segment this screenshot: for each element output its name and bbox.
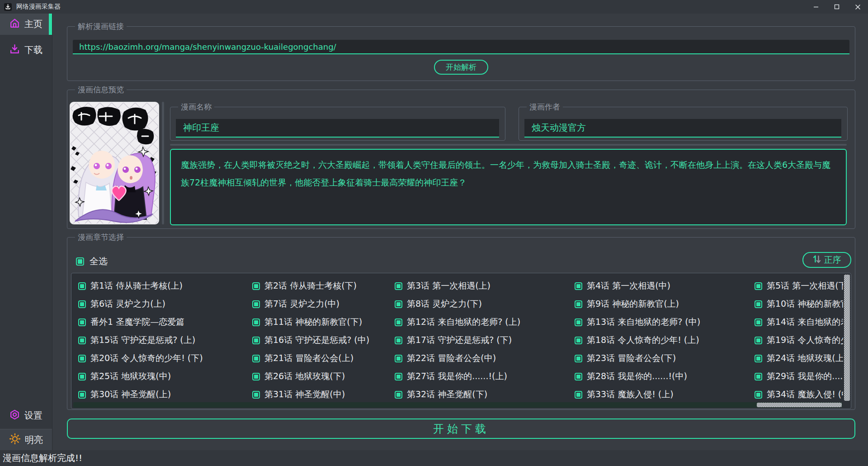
chapter-checkbox[interactable] — [755, 319, 762, 326]
chapter-label: 第26话 地狱玫瑰(下) — [264, 371, 345, 382]
chapter-checkbox[interactable] — [575, 282, 582, 290]
chapter-item[interactable]: 第4话 第一次相遇(中) — [575, 277, 755, 295]
chapter-checkbox[interactable] — [78, 373, 86, 380]
chapter-item[interactable]: 第30话 神圣觉醒(上) — [78, 385, 252, 402]
chapter-checkbox[interactable] — [575, 300, 582, 308]
chapter-checkbox[interactable] — [78, 282, 86, 290]
chapter-checkbox[interactable] — [252, 282, 260, 290]
chapter-list: 第1话 侍从骑士考核(上)第2话 侍从骑士考核(下)第3话 第一次相遇(上)第4… — [71, 273, 851, 409]
chapter-checkbox[interactable] — [252, 373, 260, 380]
manga-description-box[interactable]: 魔族强势，在人类即将被灭绝之时，六大圣殿崛起，带领着人类守住最后的领土。一名少年… — [170, 149, 847, 225]
chapter-checkbox[interactable] — [395, 373, 402, 380]
chapter-checkbox[interactable] — [78, 319, 86, 326]
chapter-item[interactable]: 第11话 神秘的新教官(下) — [252, 313, 395, 331]
chapter-item[interactable]: 第7话 灵炉之力(中) — [252, 295, 395, 313]
chapter-item[interactable]: 第12话 来自地狱的老师? (上) — [395, 313, 575, 331]
chapter-item[interactable]: 第26话 地狱玫瑰(下) — [252, 367, 395, 385]
chapter-item[interactable]: 第15话 守护还是惩戒? (上) — [78, 331, 252, 349]
chapter-item[interactable]: 番外1 圣魔学院—恋爱篇 — [78, 313, 252, 331]
chapter-checkbox[interactable] — [252, 300, 260, 308]
manga-name-input[interactable] — [176, 119, 499, 138]
chapter-checkbox[interactable] — [755, 355, 762, 362]
chapter-item[interactable]: 第34话 魔族入侵! (中 — [755, 385, 843, 402]
minimize-button[interactable] — [806, 0, 826, 14]
chapter-item[interactable]: 第14话 来自地狱的老 — [755, 313, 843, 331]
chapter-checkbox[interactable] — [755, 373, 762, 380]
chapter-item[interactable]: 第23话 冒险者公会(下) — [575, 349, 755, 367]
chapter-checkbox[interactable] — [78, 391, 86, 399]
chapter-item[interactable]: 第25话 地狱玫瑰(中) — [78, 367, 252, 385]
close-button[interactable] — [847, 0, 868, 14]
chapter-checkbox[interactable] — [575, 337, 582, 344]
chapter-checkbox[interactable] — [755, 337, 762, 344]
cover-fields-divider — [162, 102, 164, 224]
chapter-checkbox[interactable] — [575, 373, 582, 380]
chapter-item[interactable]: 第1话 侍从骑士考核(上) — [78, 277, 252, 295]
main-content: 解析漫画链接 开始解析 漫画信息预览 — [52, 14, 868, 450]
chapter-item[interactable]: 第22话 冒险者公会(中) — [395, 349, 575, 367]
chapter-item[interactable]: 第27话 我是你的......!(上) — [395, 367, 575, 385]
chapter-label: 第16话 守护还是惩戒? (中) — [264, 334, 369, 346]
chapter-checkbox[interactable] — [252, 319, 260, 326]
start-parse-button[interactable]: 开始解析 — [434, 60, 488, 75]
horizontal-scrollbar-thumb[interactable] — [757, 403, 842, 407]
chapter-checkbox[interactable] — [575, 391, 582, 399]
chapter-checkbox[interactable] — [395, 300, 402, 308]
theme-toggle-button[interactable]: 明亮 — [0, 429, 52, 450]
chapter-item[interactable]: 第20话 令人惊奇的少年! (下) — [78, 349, 252, 367]
chapter-item[interactable]: 第9话 神秘的新教官(上) — [575, 295, 755, 313]
chapter-item[interactable]: 第5话 第一次相遇(下 — [755, 277, 843, 295]
chapter-item[interactable]: 第21话 冒险者公会(上) — [252, 349, 395, 367]
chapter-label: 第11话 神秘的新教官(下) — [264, 316, 362, 328]
sort-order-button[interactable]: 正序 — [802, 252, 851, 268]
chapter-item[interactable]: 第8话 灵炉之力(下) — [395, 295, 575, 313]
chapter-checkbox[interactable] — [252, 355, 260, 362]
start-download-button[interactable]: 开始下载 — [67, 418, 855, 439]
chapter-checkbox[interactable] — [395, 319, 402, 326]
chapter-item[interactable]: 第31话 神圣觉醒(中) — [252, 385, 395, 402]
maximize-button[interactable] — [826, 0, 847, 14]
select-all-checkbox[interactable] — [76, 257, 84, 266]
chapter-item[interactable]: 第28话 我是你的......!(中) — [575, 367, 755, 385]
chapter-item[interactable]: 第19话 令人惊奇的少 — [755, 331, 843, 349]
chapter-checkbox[interactable] — [252, 337, 260, 344]
manga-name-group: 漫画名称 — [170, 107, 505, 141]
chapter-item[interactable]: 第29话 我是你的...... — [755, 367, 843, 385]
chapter-checkbox[interactable] — [395, 391, 402, 399]
manga-author-group-title: 漫画作者 — [527, 102, 563, 111]
chapter-checkbox[interactable] — [395, 337, 402, 344]
sidebar-item-download[interactable]: 下载 — [0, 39, 52, 61]
chapter-checkbox[interactable] — [755, 300, 762, 308]
chapter-item[interactable]: 第33话 魔族入侵! (上) — [575, 385, 755, 402]
chapter-label: 第33话 魔族入侵! (上) — [587, 389, 674, 400]
chapter-item[interactable]: 第18话 令人惊奇的少年! (上) — [575, 331, 755, 349]
chapter-item[interactable]: 第13话 来自地狱的老师? (中) — [575, 313, 755, 331]
chapter-item[interactable]: 第17话 守护还是惩戒? (下) — [395, 331, 575, 349]
chapter-label: 第12话 来自地狱的老师? (上) — [407, 316, 520, 328]
chapter-checkbox[interactable] — [575, 355, 582, 362]
chapter-item[interactable]: 第32话 神圣觉醒(下) — [395, 385, 575, 402]
chapter-checkbox[interactable] — [78, 300, 86, 308]
chapter-checkbox[interactable] — [395, 282, 402, 290]
sidebar-spacer — [0, 61, 52, 405]
sidebar-item-settings[interactable]: 设置 — [0, 405, 52, 426]
chapter-item[interactable]: 第6话 灵炉之力(上) — [78, 295, 252, 313]
chapter-checkbox[interactable] — [755, 391, 762, 399]
chapter-checkbox[interactable] — [755, 282, 762, 290]
horizontal-scrollbar-track[interactable] — [73, 402, 842, 408]
chapter-item[interactable]: 第2话 侍从骑士考核(下) — [252, 277, 395, 295]
chapter-checkbox[interactable] — [78, 337, 86, 344]
manga-url-input[interactable] — [73, 40, 849, 54]
vertical-scrollbar[interactable] — [844, 275, 850, 401]
chapter-item[interactable]: 第16话 守护还是惩戒? (中) — [252, 331, 395, 349]
chapter-item[interactable]: 第10话 神秘的新教官 — [755, 295, 843, 313]
manga-author-input[interactable] — [524, 119, 841, 138]
chapter-item[interactable]: 第24话 地狱玫瑰(上) — [755, 349, 843, 367]
chapter-checkbox[interactable] — [575, 319, 582, 326]
chapter-checkbox[interactable] — [78, 355, 86, 362]
sidebar-item-home[interactable]: 主页 — [0, 14, 52, 35]
chapter-checkbox[interactable] — [395, 355, 402, 362]
chapter-checkbox[interactable] — [252, 391, 260, 399]
select-all-row[interactable]: 全选 — [76, 255, 108, 267]
chapter-item[interactable]: 第3话 第一次相遇(上) — [395, 277, 575, 295]
